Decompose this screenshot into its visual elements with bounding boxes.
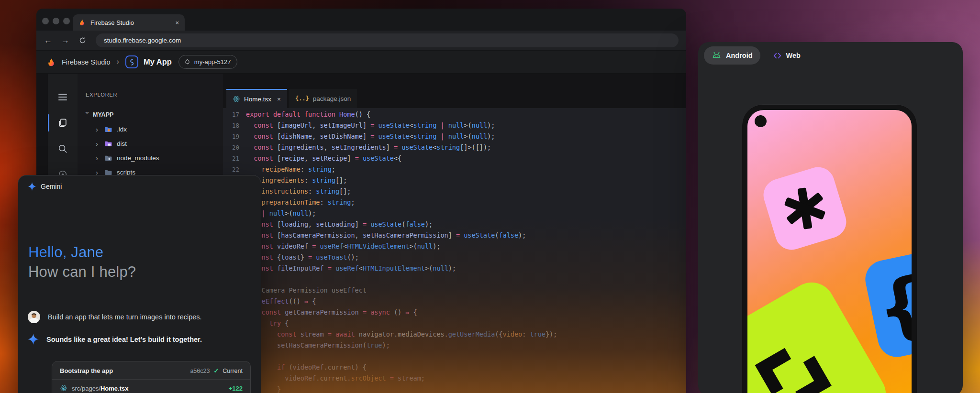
react-icon	[233, 95, 240, 103]
code-line: 34 useEffect(() ⇒ {	[223, 296, 686, 307]
code-line: 42 }	[223, 384, 686, 393]
code-line: 35 const getCameraPermission = async () …	[223, 307, 686, 318]
tree-item-label: .idx	[117, 126, 127, 133]
code-line: 40 if (videoRef.current) {	[223, 362, 686, 373]
android-toggle-button[interactable]: Android	[704, 46, 760, 65]
project-id-pill[interactable]: my-app-5127	[178, 55, 238, 69]
diff-added-count: +122	[229, 385, 243, 392]
editor-tab-label: package.json	[313, 95, 351, 102]
tree-item-dist[interactable]: ›dist	[78, 136, 223, 151]
tree-item-node-modules[interactable]: ›node_modules	[78, 151, 223, 165]
window-close-button[interactable]	[42, 18, 49, 24]
tree-root-myapp[interactable]: › MYAPP	[78, 108, 223, 122]
files-icon	[57, 118, 68, 128]
chevron-right-icon: ›	[96, 140, 104, 148]
product-name[interactable]: Firebase Studio	[62, 58, 111, 66]
app-name[interactable]: My App	[144, 57, 172, 66]
code-line: 41 videoRef.current.srcObject = stream;	[223, 373, 686, 384]
url-text: studio.firebase.google.com	[104, 37, 181, 44]
window-maximize-button[interactable]	[63, 18, 70, 24]
line-number: 21	[223, 153, 246, 164]
search-view-button[interactable]	[48, 136, 78, 162]
code-line: 29 const videoRef = useRef<HTMLVideoElem…	[223, 241, 686, 252]
code-line: 31 const fileInputRef = useRef<HTMLInput…	[223, 263, 686, 274]
tree-item--idx[interactable]: ›.idx	[78, 122, 223, 136]
tree-item-label: node_modules	[117, 154, 159, 162]
line-number: 19	[223, 131, 246, 142]
browser-tab-title: Firebase Studio	[90, 19, 134, 26]
chat-message-user: Build an app that lets me turn images in…	[28, 311, 251, 323]
code-line: 37 const stream = await navigator.mediaD…	[223, 329, 686, 340]
editor-tab-home-tsx[interactable]: Home.tsx ×	[226, 89, 287, 108]
window-controls[interactable]	[42, 18, 70, 24]
forward-icon[interactable]: →	[61, 36, 69, 44]
line-number: 17	[223, 109, 246, 120]
menu-button[interactable]	[48, 84, 78, 110]
code-line: 28 const [hasCameraPermission, setHasCam…	[223, 230, 686, 241]
gemini-title: Gemini	[41, 183, 62, 190]
code-line: 26 } | null>(null);	[223, 208, 686, 219]
reload-icon[interactable]	[78, 36, 87, 44]
explorer-title: EXPLORER	[78, 92, 223, 98]
task-title: Bootstrap the app	[60, 367, 113, 374]
code-editor[interactable]: 17export default function Home() {18 con…	[223, 108, 686, 393]
editor-tab-label: Home.tsx	[244, 96, 271, 103]
chat-message-text: Sounds like a great idea! Let’s build it…	[46, 336, 202, 343]
editor-tab-package-json[interactable]: {..} package.json	[289, 89, 357, 108]
blue-brace-tile: {	[862, 244, 912, 360]
browser-toolbar: ← → studio.firebase.google.com	[36, 31, 686, 51]
phone-screen: {	[747, 110, 912, 393]
browser-tabstrip: Firebase Studio ×	[36, 9, 686, 31]
droplet-icon	[184, 58, 191, 66]
code-line: 25 preparationTime: string;	[223, 197, 686, 208]
editor-tabbar: Home.tsx × {..} package.json	[223, 74, 686, 108]
code-line: 19 const [dishName, setDishName] = useSt…	[223, 131, 686, 142]
folder-icon	[104, 140, 112, 148]
code-line: 33 //Camera Permission useEffect	[223, 285, 686, 296]
gemini-panel: Gemini Hello, Jane How can I help? Build…	[18, 175, 261, 393]
gemini-greeting: Hello, Jane How can I help?	[28, 242, 136, 282]
commit-hash: a56c23	[190, 368, 210, 374]
tab-close-icon[interactable]: ×	[175, 19, 179, 26]
android-icon	[712, 51, 722, 61]
greeting-question: How can I help?	[28, 262, 136, 282]
line-number: 18	[223, 120, 246, 131]
changed-file-row[interactable]: src/pages/Home.tsx +122	[52, 380, 250, 393]
camera-punch-hole	[755, 115, 767, 127]
code-line: 22 recipeName: string;	[223, 164, 686, 175]
check-icon: ✓	[213, 367, 219, 374]
code-line: 17export default function Home() {	[223, 109, 686, 120]
changed-file-path: src/pages/Home.tsx	[72, 385, 129, 392]
platform-toggle: Android Web	[698, 42, 963, 69]
user-avatar	[28, 311, 40, 323]
greeting-name: Hello, Jane	[28, 242, 136, 262]
file-tree: › MYAPP ›.idx›dist›node_modules›scripts	[78, 108, 223, 179]
search-icon	[57, 143, 68, 154]
gemini-header: Gemini	[28, 182, 62, 191]
editor-group: Home.tsx × {..} package.json 17export de…	[223, 74, 686, 393]
line-number: 22	[223, 164, 246, 175]
tab-close-icon[interactable]: ×	[277, 96, 281, 103]
address-bar[interactable]: studio.firebase.google.com	[96, 33, 679, 47]
gemini-sparkle-icon	[28, 182, 36, 191]
folder-icon	[104, 154, 112, 162]
explorer-view-button[interactable]	[48, 110, 78, 136]
curly-brace-glyph: {	[870, 266, 912, 347]
browser-tab-firebase-studio[interactable]: Firebase Studio ×	[73, 14, 185, 31]
chevron-right-icon: ›	[96, 125, 104, 133]
hamburger-icon	[58, 94, 67, 100]
asterisk-icon	[776, 180, 834, 237]
window-minimize-button[interactable]	[53, 18, 59, 24]
app-icon	[125, 55, 138, 68]
code-line: 24 instructions: string[];	[223, 186, 686, 197]
bootstrap-task-card[interactable]: Bootstrap the app a56c23 ✓ Current src/p…	[52, 361, 251, 393]
code-line: 18 const [imageUrl, setImageUrl] = useSt…	[223, 120, 686, 131]
web-toggle-button[interactable]: Web	[773, 51, 801, 60]
gemini-sparkle-icon	[28, 334, 39, 345]
code-line: 20 const [ingredients, setIngredients] =…	[223, 142, 686, 153]
code-line: 32	[223, 274, 686, 285]
code-line: 30 const {toast} = useToast();	[223, 252, 686, 263]
code-line: 36 try {	[223, 318, 686, 329]
back-icon[interactable]: ←	[44, 36, 52, 44]
code-line: 38 setHasCameraPermission(true);	[223, 340, 686, 351]
